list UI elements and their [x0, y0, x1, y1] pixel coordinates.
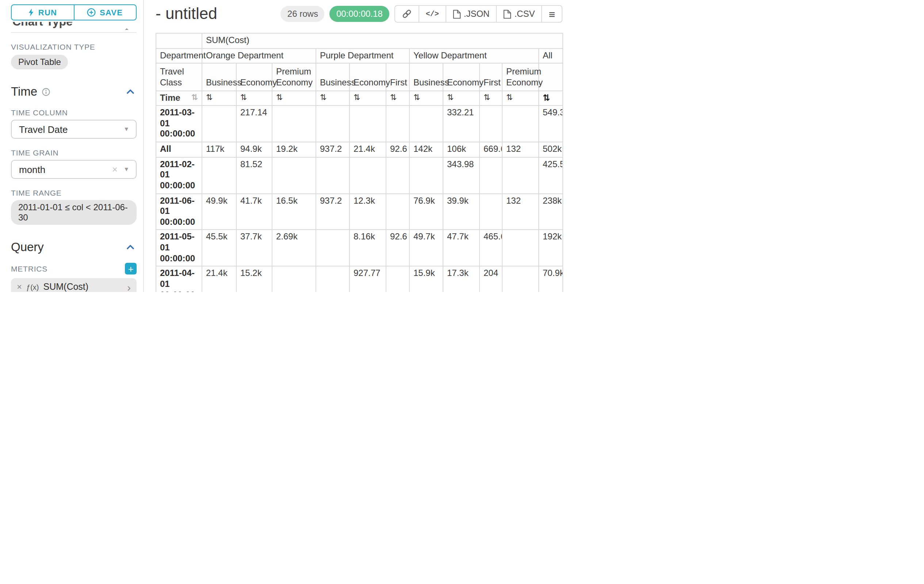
run-button[interactable]: RUN: [11, 4, 74, 20]
menu-icon: ≡: [549, 8, 555, 19]
caret-down-icon: ▼: [124, 126, 129, 133]
pivot-cell: [316, 230, 350, 267]
clear-icon[interactable]: ×: [112, 164, 117, 175]
chevron-up-icon: [125, 87, 135, 96]
save-label: SAVE: [100, 8, 123, 17]
corner-cell: [156, 33, 202, 48]
sort-icon[interactable]: ⇅: [316, 90, 350, 105]
sort-icon[interactable]: ⇅: [443, 90, 480, 105]
copy-link-button[interactable]: [394, 5, 419, 23]
sort-icon[interactable]: ⇅: [480, 90, 502, 105]
metrics-label-row: METRICS +: [11, 263, 137, 275]
query-collapse-button[interactable]: [125, 242, 135, 252]
department-group-header: Orange Department: [202, 48, 316, 63]
chart-header-actions: 26 rows 00:00:00.18 </> .JSON: [281, 5, 563, 23]
pivot-cell: [316, 157, 350, 193]
add-metric-button[interactable]: +: [125, 263, 137, 275]
csv-label: .CSV: [514, 9, 535, 19]
pivot-body: 2011-03-01 00:00:00217.14332.21549.35All…: [156, 105, 563, 292]
pivot-row-header: 2011-03-01 00:00:00: [156, 105, 202, 142]
viz-type-pill[interactable]: Pivot Table: [11, 55, 68, 69]
sort-icon[interactable]: ⇅: [502, 90, 539, 105]
department-group-header: Yellow Department: [409, 48, 539, 63]
chevron-right-icon[interactable]: ›: [127, 281, 131, 292]
embed-code-button[interactable]: </>: [419, 5, 446, 23]
travel-class-header: Economy: [350, 64, 386, 91]
pivot-cell: 465.6: [480, 230, 502, 267]
pivot-cell: 47.7k: [443, 230, 480, 267]
pivot-row: 2011-06-01 00:00:0049.9k41.7k16.5k937.21…: [156, 193, 563, 230]
bolt-icon: [28, 8, 35, 17]
time-column-select[interactable]: Travel Date ▼: [11, 120, 137, 139]
caret-down-icon: ▼: [124, 166, 129, 173]
control-panel: RUN SAVE Chart Type VISUALIZATION TYPE P…: [0, 0, 144, 292]
chart-header: - untitled 26 rows 00:00:00.18 </> .J: [155, 4, 563, 23]
pivot-cell: [480, 105, 502, 142]
save-button[interactable]: SAVE: [73, 4, 137, 20]
pivot-cell: 192k: [539, 230, 563, 267]
pivot-cell: 106k: [443, 142, 480, 157]
travel-class-header: Premium Economy: [272, 64, 316, 91]
query-timer-badge: 00:00:00.18: [330, 6, 389, 22]
time-grain-label: TIME GRAIN: [11, 148, 137, 157]
code-icon: </>: [426, 10, 439, 18]
pivot-cell: [350, 105, 386, 142]
link-icon: [402, 9, 412, 19]
pivot-cell: 117k: [202, 142, 236, 157]
travel-class-axis-label: Travel Class: [156, 64, 202, 91]
chart-type-section-header[interactable]: Chart Type: [11, 22, 137, 30]
pivot-cell: 669.6: [480, 142, 502, 157]
sort-icon[interactable]: ⇅: [409, 90, 443, 105]
chart-panel: - untitled 26 rows 00:00:00.18 </> .J: [144, 0, 924, 292]
sort-icon[interactable]: ⇅: [272, 90, 316, 105]
superset-explore: RUN SAVE Chart Type VISUALIZATION TYPE P…: [0, 0, 924, 292]
sort-icon[interactable]: ⇅: [236, 90, 272, 105]
sort-icon[interactable]: ⇅: [202, 90, 236, 105]
remove-metric-icon[interactable]: ×: [17, 282, 22, 292]
time-range-pill[interactable]: 2011-01-01 ≤ col < 2011-06-30: [11, 200, 137, 225]
sort-icon[interactable]: ⇅: [386, 90, 409, 105]
row-count-badge: 26 rows: [281, 6, 325, 22]
pivot-cell: 332.21: [443, 105, 480, 142]
time-axis-text: Time: [160, 92, 180, 103]
pivot-cell: 927.77: [350, 267, 386, 292]
pivot-cell: [480, 193, 502, 230]
pivot-cell: 15.2k: [236, 267, 272, 292]
visualization-type-label: VISUALIZATION TYPE: [11, 42, 137, 51]
pivot-cell: [272, 157, 316, 193]
query-section-header: Query: [11, 240, 137, 254]
pivot-row: 2011-03-01 00:00:00217.14332.21549.35: [156, 105, 563, 142]
time-column-value: Travel Date: [19, 124, 68, 135]
sort-icon[interactable]: ⇅: [191, 93, 198, 102]
sort-icon-active[interactable]: ⇅: [539, 90, 563, 105]
pivot-cell: 217.14: [236, 105, 272, 142]
pivot-cell: 16.5k: [272, 193, 316, 230]
pivot-cell: 81.52: [236, 157, 272, 193]
time-grain-select[interactable]: month × ▼: [11, 160, 137, 179]
time-column-label: TIME COLUMN: [11, 108, 137, 117]
metric-chip[interactable]: × ƒ(x) SUM(Cost) ›: [11, 278, 137, 292]
pivot-cell: 41.7k: [236, 193, 272, 230]
chevron-up-icon: [123, 24, 131, 30]
time-section-header: Time: [11, 85, 137, 99]
pivot-row: 2011-02-01 00:00:0081.52343.98425.5: [156, 157, 563, 193]
pivot-cell: 49.9k: [202, 193, 236, 230]
pivot-cell: 92.6: [386, 142, 409, 157]
run-save-group: RUN SAVE: [11, 4, 137, 21]
export-csv-button[interactable]: .CSV: [496, 5, 542, 23]
pivot-table: SUM(Cost) Department Orange Department P…: [155, 33, 563, 292]
pivot-row-header: 2011-02-01 00:00:00: [156, 157, 202, 193]
more-options-button[interactable]: ≡: [541, 5, 563, 23]
time-range-label: TIME RANGE: [11, 188, 137, 197]
pivot-row: 2011-04-01 00:00:0021.4k15.2k927.7715.9k…: [156, 267, 563, 292]
pivot-row-header: 2011-06-01 00:00:00: [156, 193, 202, 230]
sort-icon[interactable]: ⇅: [350, 90, 386, 105]
pivot-cell: [350, 157, 386, 193]
export-json-button[interactable]: .JSON: [446, 5, 497, 23]
pivot-cell: 549.35: [539, 105, 563, 142]
metric-header: SUM(Cost): [202, 33, 563, 48]
travel-class-header: Business: [202, 64, 236, 91]
time-collapse-button[interactable]: [125, 87, 135, 96]
pivot-department-row: Department Orange Department Purple Depa…: [156, 48, 563, 63]
pivot-cell: [386, 105, 409, 142]
